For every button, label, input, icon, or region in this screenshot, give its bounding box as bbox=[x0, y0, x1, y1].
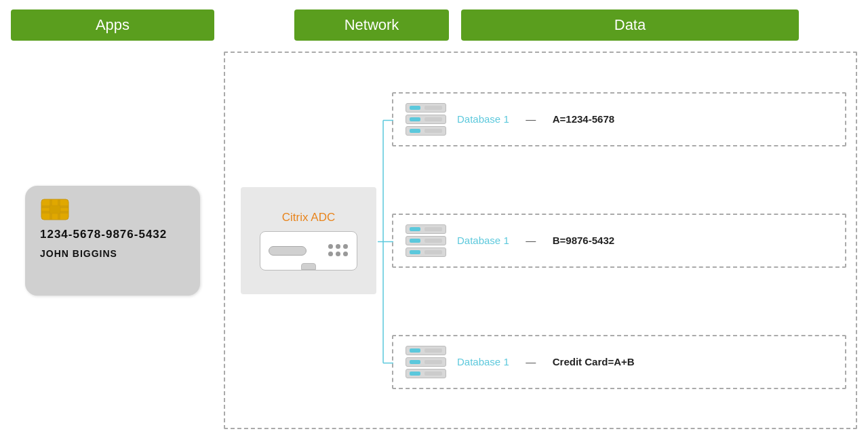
db-bold-3: A+B bbox=[614, 356, 634, 367]
db-icon-1 bbox=[406, 103, 446, 136]
header-row: Apps Network Data bbox=[0, 0, 868, 41]
db-box-3: Database 1 — Credit Card=A+B bbox=[392, 335, 846, 389]
card-name: JOHN BIGGINS bbox=[40, 248, 185, 259]
adc-slot bbox=[269, 246, 307, 256]
svg-rect-5 bbox=[50, 205, 60, 214]
data-section: Database 1 — A=1234-5678 Database 1 — bbox=[392, 62, 846, 418]
data-header: Data bbox=[461, 9, 799, 41]
db-info-2: Database 1 — B=9876-5432 bbox=[457, 235, 614, 246]
network-data-container: Citrix ADC bbox=[224, 52, 857, 429]
chip-icon bbox=[40, 198, 70, 221]
db-box-2: Database 1 — B=9876-5432 bbox=[392, 214, 846, 268]
db-label-1: Database 1 bbox=[457, 113, 509, 125]
db-value-1: A=1234-5678 bbox=[553, 113, 614, 125]
apps-section: 1234-5678-9876-5432 JOHN BIGGINS bbox=[11, 52, 214, 429]
content-row: 1234-5678-9876-5432 JOHN BIGGINS Citrix … bbox=[0, 41, 868, 440]
network-header: Network bbox=[294, 9, 449, 41]
card-number: 1234-5678-9876-5432 bbox=[40, 228, 185, 241]
network-section: Citrix ADC bbox=[235, 62, 382, 418]
db-icon-2 bbox=[406, 224, 446, 257]
db-info-1: Database 1 — A=1234-5678 bbox=[457, 113, 614, 125]
db-box-1: Database 1 — A=1234-5678 bbox=[392, 92, 846, 146]
db-value-2: B=9876-5432 bbox=[553, 235, 614, 246]
adc-bump bbox=[301, 263, 316, 270]
credit-card: 1234-5678-9876-5432 JOHN BIGGINS bbox=[25, 186, 200, 296]
db-value-3: Credit Card=A+B bbox=[553, 356, 635, 367]
db-icon-3 bbox=[406, 346, 446, 378]
citrix-label: Citrix ADC bbox=[282, 211, 335, 224]
db-label-2: Database 1 bbox=[457, 235, 509, 246]
main-container: Apps Network Data 1234-5678-9876-5 bbox=[0, 0, 868, 440]
citrix-box: Citrix ADC bbox=[241, 187, 376, 294]
adc-device bbox=[260, 231, 357, 271]
apps-header: Apps bbox=[11, 9, 214, 41]
db-label-3: Database 1 bbox=[457, 356, 509, 367]
db-info-3: Database 1 — Credit Card=A+B bbox=[457, 356, 635, 367]
adc-dots bbox=[328, 244, 349, 257]
